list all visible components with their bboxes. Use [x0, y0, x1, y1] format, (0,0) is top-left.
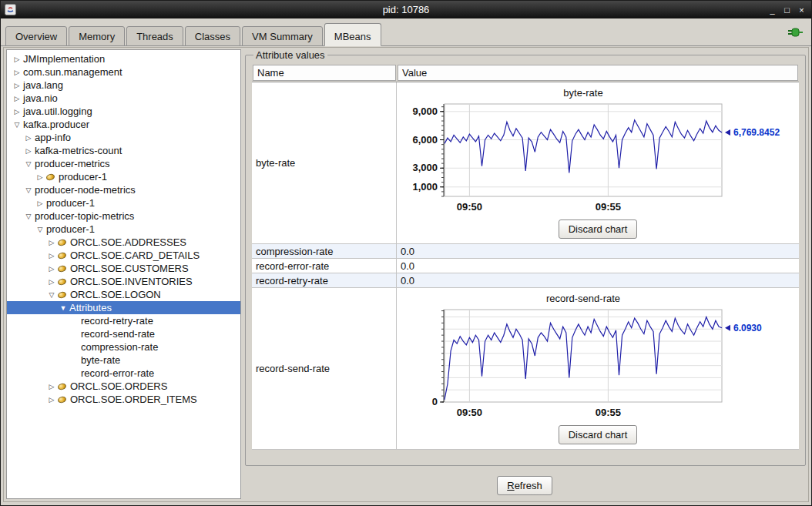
discard-chart-button[interactable]: Discard chart	[559, 425, 638, 444]
tree-item-label: record-error-rate	[80, 367, 154, 379]
discard-chart-button[interactable]: Discard chart	[559, 219, 638, 239]
attr-name[interactable]: record-send-rate	[252, 288, 397, 449]
column-header-value[interactable]: Value	[398, 65, 798, 81]
tree-item-kafka-producer[interactable]: ▽kafka.producer	[7, 118, 240, 131]
expand-arrow-icon[interactable]: ▷	[12, 55, 22, 63]
svg-text:byte-rate: byte-rate	[563, 87, 602, 99]
tree-item-orcl-soe-order-items[interactable]: ▷ORCL.SOE.ORDER_ITEMS	[7, 393, 240, 406]
tree-item-label: ORCL.SOE.CARD_DETAILS	[69, 250, 200, 261]
tree-item-label: byte-rate	[80, 354, 120, 366]
tree-item-label: ORCL.SOE.ORDERS	[69, 380, 167, 392]
expand-arrow-icon[interactable]: ▷	[23, 147, 34, 155]
tree-item-record-retry-rate[interactable]: record-retry-rate	[7, 314, 240, 327]
svg-text:09:50: 09:50	[457, 201, 482, 213]
attr-value[interactable]: 0.0	[397, 259, 799, 273]
tree-item-kafka-metrics-count[interactable]: ▷kafka-metrics-count	[7, 144, 240, 157]
refresh-button[interactable]: Refresh	[497, 476, 552, 495]
expand-arrow-icon[interactable]: ▷	[23, 134, 34, 142]
expand-arrow-icon[interactable]: ▷	[46, 278, 57, 286]
table-row-record-error-rate: record-error-rate0.0	[252, 259, 799, 273]
minimize-button[interactable]: _	[765, 2, 780, 17]
tree-item-record-send-rate[interactable]: record-send-rate	[7, 327, 240, 340]
tree-item-orcl-soe-customers[interactable]: ▷ORCL.SOE.CUSTOMERS	[7, 262, 240, 275]
expand-arrow-icon[interactable]: ▷	[12, 82, 22, 89]
tree-item-com-sun-management[interactable]: ▷com.sun.management	[7, 65, 240, 79]
tree-item-label: JMImplementation	[22, 53, 105, 65]
column-header-name[interactable]: Name	[253, 65, 396, 81]
attr-name[interactable]: record-error-rate	[252, 259, 397, 273]
tab-threads[interactable]: Threads	[126, 26, 183, 46]
tree-item-orcl-soe-addresses[interactable]: ▷ORCL.SOE.ADDRESSES	[7, 236, 240, 249]
tree-item-label: ORCL.SOE.LOGON	[69, 289, 161, 300]
expand-arrow-icon[interactable]: ▷	[35, 199, 45, 207]
expand-arrow-icon[interactable]: ▷	[46, 239, 57, 246]
expand-arrow-icon[interactable]: ▷	[46, 252, 57, 260]
tree-item-label: record-send-rate	[80, 328, 155, 340]
tree-item-app-info[interactable]: ▷app-info	[7, 131, 240, 144]
tree-item-java-lang[interactable]: ▷java.lang	[7, 79, 240, 92]
refresh-bar: Refresh	[245, 471, 804, 499]
attr-value[interactable]: 0.0	[397, 244, 799, 258]
expand-arrow-icon[interactable]: ▷	[46, 265, 57, 273]
tree-item-orcl-soe-inventories[interactable]: ▷ORCL.SOE.INVENTORIES	[7, 275, 240, 288]
tab-memory[interactable]: Memory	[69, 26, 125, 46]
tree-item-compression-rate[interactable]: compression-rate	[7, 340, 240, 354]
close-button[interactable]: ×	[794, 2, 809, 17]
tree-item-producer-metrics[interactable]: ▽producer-metrics	[7, 157, 240, 170]
attr-value[interactable]: 0.0	[397, 273, 799, 287]
svg-text:09:50: 09:50	[457, 407, 482, 418]
tree-item-label: com.sun.management	[22, 66, 122, 78]
collapse-arrow-icon[interactable]: ▽	[46, 291, 57, 299]
expand-arrow-icon[interactable]: ▷	[12, 95, 22, 102]
collapse-arrow-icon[interactable]: ▽	[23, 213, 34, 220]
expand-arrow-icon[interactable]: ▷	[35, 173, 45, 181]
tab-overview[interactable]: Overview	[5, 26, 67, 46]
tab-classes[interactable]: Classes	[185, 26, 240, 46]
collapse-arrow-icon[interactable]: ▽	[12, 121, 22, 129]
tree-item-byte-rate[interactable]: byte-rate	[7, 354, 240, 367]
tree-item-producer-1[interactable]: ▷producer-1	[7, 196, 240, 209]
tree-item-label: producer-1	[45, 223, 95, 235]
main-content: ▷JMImplementation▷com.sun.management▷jav…	[3, 47, 809, 502]
attr-name[interactable]: compression-rate	[252, 244, 397, 258]
tree-item-attributes[interactable]: ▼Attributes	[7, 301, 240, 314]
svg-text:0: 0	[432, 396, 438, 407]
expand-arrow-icon[interactable]: ▷	[12, 69, 22, 76]
tree-item-label: producer-1	[58, 171, 107, 183]
connection-status-icon	[787, 26, 804, 42]
tree-item-jmimplementation[interactable]: ▷JMImplementation	[7, 52, 240, 65]
collapse-arrow-icon[interactable]: ▽	[23, 160, 34, 168]
tree-item-producer-node-metrics[interactable]: ▽producer-node-metrics	[7, 183, 240, 196]
chart-plot: record-send-rate009:5009:556.0930	[397, 291, 799, 422]
tree-item-label: kafka.producer	[22, 119, 89, 130]
expand-arrow-icon[interactable]: ▷	[46, 383, 57, 390]
tree-item-java-util-logging[interactable]: ▷java.util.logging	[7, 105, 240, 118]
chart-byte-rate: byte-rate9,0006,0003,0001,00009:5009:556…	[397, 85, 799, 239]
tree-item-label: producer-metrics	[34, 158, 110, 169]
tree-item-orcl-soe-orders[interactable]: ▷ORCL.SOE.ORDERS	[7, 380, 240, 393]
svg-text:3,000: 3,000	[412, 162, 438, 173]
tree-item-producer-1[interactable]: ▽producer-1	[7, 223, 240, 236]
tree-item-label: java.nio	[22, 92, 58, 104]
tree-item-producer-topic-metrics[interactable]: ▽producer-topic-metrics	[7, 209, 240, 223]
collapse-arrow-icon[interactable]: ▼	[58, 304, 69, 312]
svg-text:6,769.8452: 6,769.8452	[733, 127, 780, 138]
maximize-button[interactable]: □	[780, 2, 794, 17]
tab-mbeans[interactable]: MBeans	[324, 23, 381, 46]
expand-arrow-icon[interactable]: ▷	[12, 108, 22, 116]
table-row-byte-rate: byte-ratebyte-rate9,0006,0003,0001,00009…	[252, 82, 799, 244]
tree-item-label: java.util.logging	[22, 106, 92, 117]
tree-item-orcl-soe-card-details[interactable]: ▷ORCL.SOE.CARD_DETAILS	[7, 249, 240, 262]
tree-item-java-nio[interactable]: ▷java.nio	[7, 92, 240, 105]
attr-name[interactable]: byte-rate	[252, 82, 397, 243]
tree-item-producer-1[interactable]: ▷producer-1	[7, 170, 240, 183]
attr-name[interactable]: record-retry-rate	[252, 273, 397, 287]
attr-value: record-send-rate009:5009:556.0930Discard…	[397, 288, 799, 449]
collapse-arrow-icon[interactable]: ▽	[35, 226, 45, 233]
tree-item-orcl-soe-logon[interactable]: ▽ORCL.SOE.LOGON	[7, 288, 240, 301]
collapse-arrow-icon[interactable]: ▽	[23, 186, 34, 194]
expand-arrow-icon[interactable]: ▷	[46, 396, 57, 404]
tree-item-record-error-rate[interactable]: record-error-rate	[7, 367, 240, 380]
tab-vm-summary[interactable]: VM Summary	[242, 26, 323, 46]
attribute-panel: Attribute values Name Value byte-ratebyt…	[245, 49, 804, 499]
